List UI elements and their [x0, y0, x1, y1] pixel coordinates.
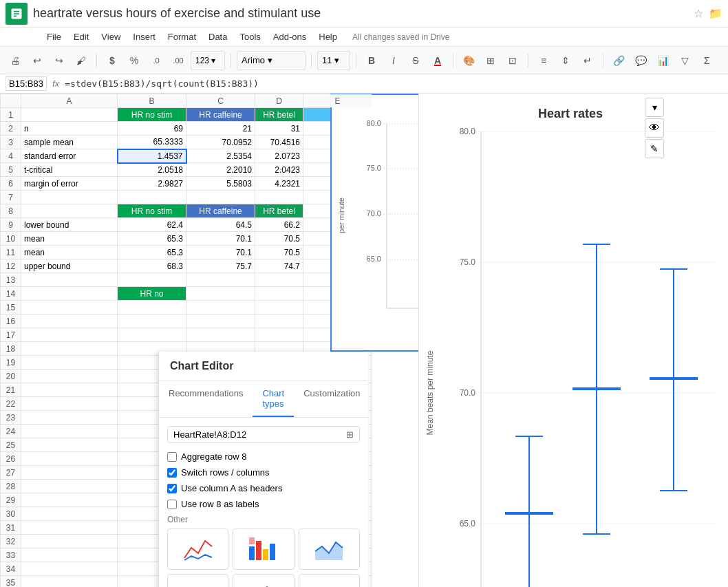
- cell-c3[interactable]: 70.0952: [186, 136, 255, 149]
- chart-button[interactable]: 📊: [653, 51, 672, 70]
- cell-b6[interactable]: 2.9827: [118, 177, 186, 191]
- cell-c4[interactable]: 2.5354: [186, 149, 255, 163]
- percent-button[interactable]: %: [125, 51, 144, 70]
- menu-file[interactable]: File: [41, 30, 67, 44]
- cell-d7[interactable]: [255, 191, 303, 204]
- cell-a11[interactable]: mean: [21, 246, 118, 259]
- cell-b4[interactable]: 1.4537: [118, 149, 186, 163]
- cell-b11[interactable]: 65.3: [118, 246, 186, 259]
- cell-c5[interactable]: 2.2010: [186, 163, 255, 177]
- comment-button[interactable]: 💬: [631, 51, 650, 70]
- cell-c2[interactable]: 21: [186, 122, 255, 136]
- cell-c11[interactable]: 70.1: [186, 246, 255, 259]
- cell-b7[interactable]: [118, 191, 186, 204]
- cell-reference[interactable]: [6, 76, 47, 91]
- cell-c12[interactable]: 75.7: [186, 259, 255, 273]
- chart-type-scatter[interactable]: [233, 574, 294, 587]
- switch-checkbox[interactable]: [167, 468, 177, 478]
- format-dropdown[interactable]: 123 ▾: [191, 51, 225, 70]
- cell-b14[interactable]: HR no: [118, 287, 186, 301]
- cell-a12[interactable]: upper bound: [21, 259, 118, 273]
- row-labels-checkbox[interactable]: [167, 500, 177, 509]
- strikethrough-button[interactable]: S: [406, 51, 425, 70]
- cell-a7[interactable]: [21, 191, 118, 204]
- cell-d5[interactable]: 2.0423: [255, 163, 303, 177]
- functions-button[interactable]: Σ: [697, 51, 716, 70]
- menu-help[interactable]: Help: [313, 30, 343, 44]
- cell-b8[interactable]: HR no stim: [118, 204, 186, 218]
- filter-button[interactable]: ▽: [675, 51, 694, 70]
- menu-insert[interactable]: Insert: [127, 30, 161, 44]
- chart-edit-button[interactable]: ✎: [645, 139, 664, 158]
- col-header-d[interactable]: D: [255, 94, 303, 108]
- menu-addons[interactable]: Add-ons: [268, 30, 312, 44]
- decimal-inc-button[interactable]: .00: [169, 51, 188, 70]
- currency-button[interactable]: $: [103, 51, 122, 70]
- paint-format-button[interactable]: 🖌: [72, 51, 91, 70]
- wrap-button[interactable]: ↵: [578, 51, 597, 70]
- cell-c9[interactable]: 64.5: [186, 218, 255, 232]
- cell-a4[interactable]: standard error: [21, 149, 118, 163]
- cell-d12[interactable]: 74.7: [255, 259, 303, 273]
- valign-button[interactable]: ⇕: [556, 51, 575, 70]
- size-dropdown[interactable]: 11 ▾: [317, 51, 350, 70]
- chart-type-bubble[interactable]: [167, 574, 228, 587]
- bold-button[interactable]: B: [362, 51, 381, 70]
- cell-d4[interactable]: 2.0723: [255, 149, 303, 163]
- col-header-a[interactable]: A: [21, 94, 118, 108]
- cell-a5[interactable]: t-critical: [21, 163, 118, 177]
- cell-d1[interactable]: HR betel: [255, 108, 303, 122]
- undo-button[interactable]: ↩: [28, 51, 47, 70]
- cell-c7[interactable]: [186, 191, 255, 204]
- cell-d2[interactable]: 31: [255, 122, 303, 136]
- cell-d6[interactable]: 4.2321: [255, 177, 303, 191]
- menu-format[interactable]: Format: [162, 30, 202, 44]
- cell-d8[interactable]: HR betel: [255, 204, 303, 218]
- cell-b3[interactable]: 65.3333: [118, 136, 186, 149]
- chart-type-bar[interactable]: [233, 529, 294, 570]
- cell-b12[interactable]: 68.3: [118, 259, 186, 273]
- italic-button[interactable]: I: [384, 51, 403, 70]
- cell-d9[interactable]: 66.2: [255, 218, 303, 232]
- align-button[interactable]: ≡: [534, 51, 553, 70]
- folder-icon[interactable]: 📁: [709, 7, 722, 20]
- col-header-b[interactable]: B: [118, 94, 186, 108]
- chart-type-area[interactable]: [299, 529, 360, 570]
- menu-edit[interactable]: Edit: [68, 30, 94, 44]
- cell-b5[interactable]: 2.0518: [118, 163, 186, 177]
- cell-c1[interactable]: HR caffeine: [186, 108, 255, 122]
- chart-type-gauge[interactable]: [299, 574, 360, 587]
- cell-a2[interactable]: n: [21, 122, 118, 136]
- tab-customization[interactable]: Customization: [294, 381, 370, 417]
- col-header-c[interactable]: C: [186, 94, 255, 108]
- cell-c10[interactable]: 70.1: [186, 232, 255, 246]
- menu-tools[interactable]: Tools: [234, 30, 266, 44]
- cell-b2[interactable]: 69: [118, 122, 186, 136]
- star-icon[interactable]: ☆: [694, 7, 703, 20]
- aggregate-checkbox[interactable]: [167, 452, 177, 462]
- grid-icon[interactable]: ⊞: [346, 429, 354, 440]
- cell-c6[interactable]: 5.5803: [186, 177, 255, 191]
- fill-color-button[interactable]: 🎨: [459, 51, 478, 70]
- menu-data[interactable]: Data: [203, 30, 233, 44]
- cell-a6[interactable]: margin of error: [21, 177, 118, 191]
- cell-b10[interactable]: 65.3: [118, 232, 186, 246]
- merge-button[interactable]: ⊡: [503, 51, 522, 70]
- cell-a1[interactable]: [21, 108, 118, 122]
- menu-view[interactable]: View: [96, 30, 126, 44]
- borders-button[interactable]: ⊞: [481, 51, 500, 70]
- tab-chart-types[interactable]: Chart types: [253, 381, 294, 417]
- cell-d10[interactable]: 70.5: [255, 232, 303, 246]
- cell-a9[interactable]: lower bound: [21, 218, 118, 232]
- chart-eye-button[interactable]: 👁: [645, 118, 664, 138]
- col-header-e[interactable]: E: [303, 94, 372, 108]
- decimal-dec-button[interactable]: .0: [147, 51, 166, 70]
- chart-menu-button[interactable]: ▾: [645, 98, 664, 117]
- tab-recommendations[interactable]: Recommendations: [159, 381, 253, 417]
- text-color-button[interactable]: A: [428, 51, 447, 70]
- font-dropdown[interactable]: Arimo ▾: [237, 51, 306, 70]
- cell-a3[interactable]: sample mean: [21, 136, 118, 149]
- print-button[interactable]: 🖨: [6, 51, 25, 70]
- chart-type-line[interactable]: [167, 529, 228, 570]
- redo-button[interactable]: ↪: [50, 51, 69, 70]
